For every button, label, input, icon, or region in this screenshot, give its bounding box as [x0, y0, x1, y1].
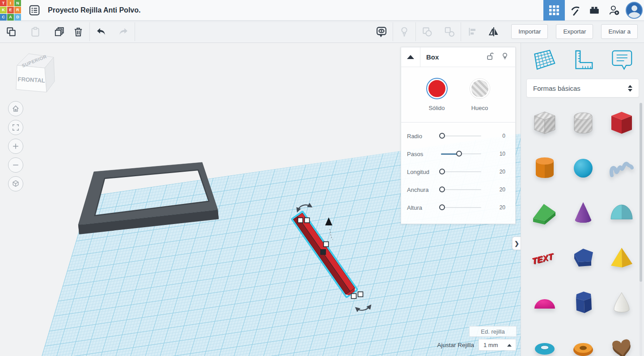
- shape-cilindro-hueco[interactable]: [564, 101, 602, 146]
- radio-knob[interactable]: [439, 133, 445, 139]
- edit-toolbar: Importar Exportar Enviar a: [0, 21, 644, 43]
- show-all-icon[interactable]: [372, 22, 391, 41]
- edit-grid-button[interactable]: Ed. rejilla: [469, 326, 517, 337]
- shape-name: Box: [426, 53, 439, 61]
- undo-icon[interactable]: [92, 22, 110, 41]
- view-cube[interactable]: SUPERIOR FRONTAL: [9, 49, 59, 97]
- slider-altura: Altura 20: [401, 199, 515, 216]
- shape-poligono[interactable]: [564, 235, 602, 280]
- slider-pasos: Pasos 10: [401, 145, 515, 163]
- duplicate-icon[interactable]: [50, 22, 69, 41]
- shape-semiesfera[interactable]: [525, 280, 564, 325]
- ungroup-icon[interactable]: [440, 22, 459, 41]
- copy-icon[interactable]: [2, 22, 21, 41]
- unlock-icon[interactable]: [486, 52, 495, 63]
- inspector-header: Box: [401, 47, 515, 67]
- shape-texto[interactable]: TEXT TEXT: [525, 235, 564, 280]
- bulb-icon[interactable]: [500, 52, 509, 63]
- anchura-knob[interactable]: [439, 186, 445, 192]
- trash-icon[interactable]: [69, 22, 88, 41]
- tinkercad-logo[interactable]: TIN KER CAD: [0, 0, 21, 21]
- shape-garabato[interactable]: [602, 146, 641, 191]
- ruler-icon[interactable]: [570, 47, 596, 73]
- shape-toroide[interactable]: [525, 325, 564, 356]
- group-icon[interactable]: [418, 22, 436, 41]
- shape-piramide[interactable]: [602, 235, 641, 280]
- fit-view-icon[interactable]: [8, 120, 23, 135]
- edit-tools: [2, 22, 137, 41]
- slider-anchura: Anchura 20: [401, 181, 515, 199]
- caret-up-icon: [507, 344, 512, 347]
- shape-prisma[interactable]: [564, 280, 602, 325]
- shape-caja-hueco[interactable]: [525, 101, 564, 146]
- solid-swatch[interactable]: [427, 79, 447, 98]
- home-icon[interactable]: [8, 101, 23, 116]
- zoom-in-icon[interactable]: [8, 139, 23, 154]
- shape-corazon[interactable]: [602, 325, 641, 356]
- shape-cilindro[interactable]: [525, 146, 564, 191]
- align-icon[interactable]: [463, 22, 482, 41]
- zoom-out-icon[interactable]: [8, 157, 23, 173]
- top-bar: TIN KER CAD Proyecto Rejilla Anti Polvo.: [0, 0, 644, 21]
- import-button[interactable]: Importar: [511, 24, 548, 39]
- notes-icon[interactable]: [608, 47, 634, 73]
- tinkercad-app: TIN KER CAD Proyecto Rejilla Anti Polvo.: [0, 0, 644, 356]
- select-arrows-icon: [628, 85, 632, 92]
- shape-parameters: Radio 0 Pasos 10 Longitud 20 Anchura: [401, 123, 515, 224]
- snap-grid-label: Ajustar Rejilla: [427, 342, 474, 348]
- grid-apps-icon[interactable]: [543, 0, 565, 21]
- invite-person-icon[interactable]: [604, 0, 624, 21]
- redo-icon[interactable]: [114, 22, 133, 41]
- workplane-icon[interactable]: [531, 47, 557, 73]
- material-options: Sólido Hueco: [401, 79, 515, 111]
- shape-esfera[interactable]: [564, 146, 602, 191]
- design-title: Proyecto Rejilla Anti Polvo.: [48, 6, 140, 14]
- snap-grid-select[interactable]: 1 mm: [479, 339, 516, 351]
- header-right: [543, 0, 644, 21]
- sidebar-collapse-tab[interactable]: ❯: [512, 237, 521, 250]
- view-controls: [8, 101, 23, 191]
- hide-icon[interactable]: [395, 22, 414, 41]
- material-hole[interactable]: Hueco: [470, 79, 490, 111]
- shapes-sidebar: Formas básicas: [521, 43, 644, 356]
- shape-cono[interactable]: [564, 191, 602, 235]
- shape-category-select[interactable]: Formas básicas: [526, 79, 639, 97]
- shape-caja[interactable]: [602, 101, 641, 146]
- avatar[interactable]: [626, 2, 643, 19]
- shape-techo-redondeado[interactable]: [602, 191, 641, 235]
- perspective-icon[interactable]: [8, 176, 23, 191]
- hole-swatch[interactable]: [470, 79, 490, 98]
- shape-techo[interactable]: [525, 191, 564, 235]
- slider-longitud: Longitud 20: [401, 163, 515, 181]
- pickaxe-icon[interactable]: [565, 0, 585, 21]
- shape-library: TEXT TEXT: [525, 101, 637, 356]
- shape-paraboloide[interactable]: [602, 280, 641, 325]
- slider-radio: Radio 0: [401, 127, 515, 145]
- material-solid[interactable]: Sólido: [427, 79, 447, 111]
- object-tools: Importar Exportar Enviar a: [372, 22, 638, 41]
- design-menu-icon[interactable]: [25, 0, 44, 21]
- shape-inspector: Box: [401, 47, 516, 224]
- export-button[interactable]: Exportar: [556, 24, 593, 39]
- altura-knob[interactable]: [439, 204, 445, 210]
- viewport-3d[interactable]: SUPERIOR FRONTAL: [0, 43, 521, 356]
- mirror-icon[interactable]: [484, 22, 503, 41]
- send-to-button[interactable]: Enviar a: [601, 24, 638, 39]
- viewcube-front-label: FRONTAL: [17, 76, 45, 84]
- brick-icon[interactable]: [585, 0, 604, 21]
- sidebar-tools: [521, 43, 644, 73]
- sidebar-scrollbar-thumb[interactable]: [640, 103, 642, 282]
- paste-icon[interactable]: [26, 22, 45, 41]
- collapse-panel-icon[interactable]: [401, 47, 420, 67]
- pasos-knob[interactable]: [456, 151, 462, 157]
- shape-toroide-solido[interactable]: [564, 325, 602, 356]
- longitud-knob[interactable]: [439, 169, 445, 174]
